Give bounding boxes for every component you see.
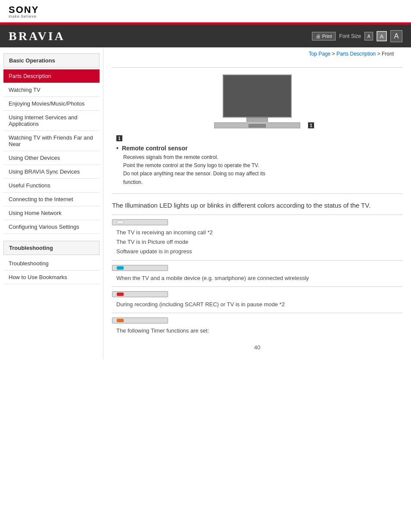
breadcrumb: Top Page > Parts Description > Front xyxy=(112,47,402,60)
sensor-desc-line3: Do not place anything near the sensor. D… xyxy=(123,170,402,178)
sidebar-item-bookmarks[interactable]: How to Use Bookmarks xyxy=(3,271,100,284)
led3-line xyxy=(126,293,165,295)
led3-divider-top xyxy=(112,286,402,287)
bullet-sensor: • Remote control sensor xyxy=(116,145,402,152)
sensor-desc-line4: function. xyxy=(123,178,402,187)
sensor-description: Receives signals from the remote control… xyxy=(123,153,402,187)
sidebar-section-basic-ops[interactable]: Basic Operations xyxy=(3,53,100,68)
breadcrumb-top-page[interactable]: Top Page xyxy=(309,51,331,57)
bravia-controls: 🖨 Print Font Size A A A xyxy=(312,30,402,42)
sidebar-item-home-network[interactable]: Using Home Network xyxy=(3,206,100,220)
sony-logo: SONY make.believe xyxy=(9,5,402,19)
breadcrumb-current: Front xyxy=(382,51,394,57)
led3-dot xyxy=(117,292,124,296)
sidebar-item-troubleshooting[interactable]: Troubleshooting xyxy=(3,257,100,271)
sensor-desc-line1: Receives signals from the remote control… xyxy=(123,153,402,162)
sidebar-item-parts-description[interactable]: Parts Description xyxy=(3,69,100,83)
led4-description: The following Timer functions are set: xyxy=(116,326,402,336)
tv-base xyxy=(214,122,300,128)
breadcrumb-parts-desc[interactable]: Parts Description xyxy=(336,51,376,57)
sensor-desc-line2: Point the remote control at the Sony log… xyxy=(123,162,402,170)
font-large-button[interactable]: A xyxy=(390,30,402,42)
main-content: Top Page > Parts Description > Front xyxy=(103,47,411,359)
print-icon: 🖨 xyxy=(316,34,321,39)
top-divider xyxy=(112,67,402,68)
tv-screen xyxy=(223,75,292,118)
sidebar-item-internet-services[interactable]: Using Internet Services and Applications xyxy=(3,111,100,131)
led4-strip xyxy=(112,317,168,324)
sony-header: SONY make.believe xyxy=(0,0,411,22)
font-small-button[interactable]: A xyxy=(364,32,373,40)
print-label: Print xyxy=(322,34,332,39)
sensor-label: Remote control sensor xyxy=(122,145,187,152)
led4-dot xyxy=(117,319,124,322)
sidebar-item-other-devices[interactable]: Using Other Devices xyxy=(3,151,100,165)
num-badge-1: 1 xyxy=(308,122,314,128)
sidebar-item-movies-music-photos[interactable]: Enjoying Movies/Music/Photos xyxy=(3,97,100,111)
led1-line xyxy=(126,221,165,223)
led4-divider-top xyxy=(112,313,402,313)
led4-row xyxy=(112,317,402,324)
breadcrumb-sep2: > xyxy=(377,51,382,57)
led3-strip xyxy=(112,291,168,297)
print-button[interactable]: 🖨 Print xyxy=(312,32,336,40)
divider-1 xyxy=(112,193,402,194)
led2-line xyxy=(126,267,165,269)
sidebar-item-bravia-sync[interactable]: Using BRAVIA Sync Devices xyxy=(3,165,100,179)
page-number: 40 xyxy=(112,344,402,351)
bravia-title: BRAVIA xyxy=(9,29,65,43)
led2-row xyxy=(112,265,402,271)
tv-diagram: 1 xyxy=(112,75,402,128)
sony-tagline: make.believe xyxy=(9,15,402,19)
led2-description: When the TV and a mobile device (e.g. sm… xyxy=(116,274,402,283)
led3-row xyxy=(112,291,402,297)
tv-wrapper: 1 xyxy=(214,75,300,128)
sidebar-section-troubleshooting[interactable]: Troubleshooting xyxy=(3,241,100,255)
sidebar-item-watching-friends[interactable]: Watching TV with Friends Far and Near xyxy=(3,131,100,151)
led2-dot xyxy=(117,266,124,270)
led1-strip xyxy=(112,219,168,225)
tv-sensor-indicator xyxy=(249,124,266,128)
illumination-description: The Illumination LED lights up or blinks… xyxy=(112,201,402,211)
sony-logo-text: SONY xyxy=(9,5,402,15)
led1-description: The TV is receiving an incoming call *2 … xyxy=(116,228,402,256)
sidebar: Basic Operations Parts Description Watch… xyxy=(0,47,103,359)
num-marker-row: 1 xyxy=(116,135,402,141)
num-marker-badge: 1 xyxy=(116,135,122,141)
main-layout: Basic Operations Parts Description Watch… xyxy=(0,47,411,359)
led1-dot xyxy=(117,221,124,224)
led1-divider-top xyxy=(112,215,402,215)
led4-line xyxy=(126,320,165,321)
breadcrumb-sep1: > xyxy=(332,51,336,57)
led2-divider-top xyxy=(112,260,402,261)
font-medium-button[interactable]: A xyxy=(377,31,387,41)
led1-row xyxy=(112,219,402,225)
sidebar-item-watching-tv[interactable]: Watching TV xyxy=(3,83,100,97)
sidebar-item-configuring-settings[interactable]: Configuring Various Settings xyxy=(3,220,100,234)
font-size-label: Font Size xyxy=(339,33,361,39)
sidebar-item-useful-functions[interactable]: Useful Functions xyxy=(3,179,100,193)
tv-stand xyxy=(246,118,268,122)
bravia-title-bar: BRAVIA 🖨 Print Font Size A A A xyxy=(0,25,411,47)
led3-description: During recording (including SCART REC) o… xyxy=(116,300,402,309)
led2-strip xyxy=(112,265,168,271)
sidebar-divider xyxy=(0,234,103,239)
sidebar-item-connecting-internet[interactable]: Connecting to the Internet xyxy=(3,193,100,206)
tv-label-1: 1 xyxy=(308,122,314,128)
